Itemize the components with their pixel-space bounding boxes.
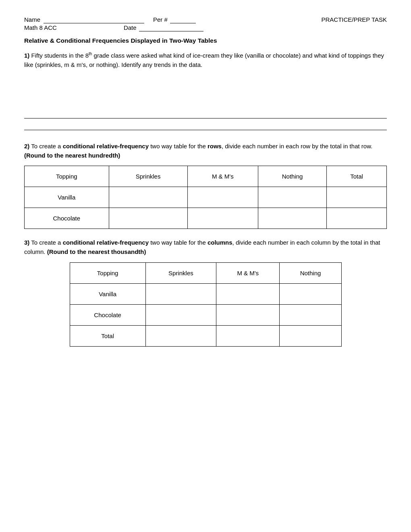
q1-text-part1: Fifty students in the 8 xyxy=(29,52,89,59)
answer-line-2 xyxy=(24,130,387,130)
vanilla-total xyxy=(327,187,387,208)
date-underline xyxy=(139,24,203,31)
q3-bold2: columns xyxy=(208,239,232,246)
total2-mms xyxy=(216,325,280,346)
vanilla2-label: Vanilla xyxy=(70,283,145,304)
vanilla2-mms xyxy=(216,283,280,304)
question-2-block: 2) To create a conditional relative-freq… xyxy=(24,141,387,229)
col-header-nothing: Nothing xyxy=(258,166,326,187)
q2-bold3: (Round to the nearest hundredth) xyxy=(24,152,120,159)
table-rows: Topping Sprinkles M & M's Nothing Total … xyxy=(24,166,387,229)
q2-bold1: conditional relative-frequency xyxy=(63,143,149,150)
q3-bold3: (Round to the nearest thousandth) xyxy=(47,248,146,255)
chocolate-nothing xyxy=(258,208,326,229)
chocolate-total xyxy=(327,208,387,229)
col2-header-nothing: Nothing xyxy=(280,262,341,283)
col-header-sprinkles: Sprinkles xyxy=(109,166,187,187)
total2-nothing xyxy=(280,325,341,346)
vanilla2-nothing xyxy=(280,283,341,304)
worksheet-title: Relative & Conditional Frequencies Displ… xyxy=(24,37,387,44)
chocolate2-sprinkles xyxy=(145,304,216,325)
vanilla2-sprinkles xyxy=(145,283,216,304)
table-row: Vanilla xyxy=(70,283,341,304)
col-header-mms: M & M's xyxy=(187,166,258,187)
vanilla-sprinkles xyxy=(109,187,187,208)
table-row: Chocolate xyxy=(70,304,341,325)
q2-text-intro: To create a xyxy=(29,143,62,150)
vanilla-label: Vanilla xyxy=(25,187,109,208)
q2-text-middle1: two way table for the xyxy=(149,143,208,150)
q3-text-middle1: two way table for the xyxy=(149,239,208,246)
vanilla-nothing xyxy=(258,187,326,208)
question-1-block: 1) Fifty students in the 8th grade class… xyxy=(24,51,387,70)
q2-number: 2) xyxy=(24,143,29,150)
practice-label: PRACTICE/PREP TASK xyxy=(321,16,387,23)
q2-text-middle2: , divide each number in each row by the … xyxy=(222,143,372,150)
total2-sprinkles xyxy=(145,325,216,346)
chocolate-label: Chocolate xyxy=(25,208,109,229)
q3-bold1: conditional relative-frequency xyxy=(63,239,149,246)
table-rows-header: Topping Sprinkles M & M's Nothing Total xyxy=(25,166,387,187)
col-header-topping: Topping xyxy=(25,166,109,187)
chocolate2-mms xyxy=(216,304,280,325)
q3-number: 3) xyxy=(24,239,29,246)
name-underline xyxy=(44,16,144,23)
chocolate-sprinkles xyxy=(109,208,187,229)
per-underline xyxy=(170,16,196,23)
col2-header-mms: M & M's xyxy=(216,262,280,283)
answer-lines-area xyxy=(24,118,387,130)
vanilla-mms xyxy=(187,187,258,208)
q1-number: 1) xyxy=(24,52,29,59)
chocolate-mms xyxy=(187,208,258,229)
answer-line-1 xyxy=(24,118,387,118)
q2-bold2: rows xyxy=(208,143,222,150)
table-row: Total xyxy=(70,325,341,346)
date-label: Date xyxy=(124,24,137,31)
table-row: Chocolate xyxy=(25,208,387,229)
math-class-label: Math 8 ACC xyxy=(24,24,57,31)
table-row: Vanilla xyxy=(25,187,387,208)
total2-label: Total xyxy=(70,325,145,346)
q3-text-intro: To create a xyxy=(29,239,62,246)
col2-header-topping: Topping xyxy=(70,262,145,283)
col-header-total: Total xyxy=(327,166,387,187)
chocolate2-label: Chocolate xyxy=(70,304,145,325)
col2-header-sprinkles: Sprinkles xyxy=(145,262,216,283)
table-cols-header: Topping Sprinkles M & M's Nothing xyxy=(70,262,341,283)
chocolate2-nothing xyxy=(280,304,341,325)
name-label: Name xyxy=(24,16,40,23)
question-3-block: 3) To create a conditional relative-freq… xyxy=(24,238,387,347)
table-columns: Topping Sprinkles M & M's Nothing Vanill… xyxy=(70,262,342,347)
per-label: Per # xyxy=(153,16,168,23)
